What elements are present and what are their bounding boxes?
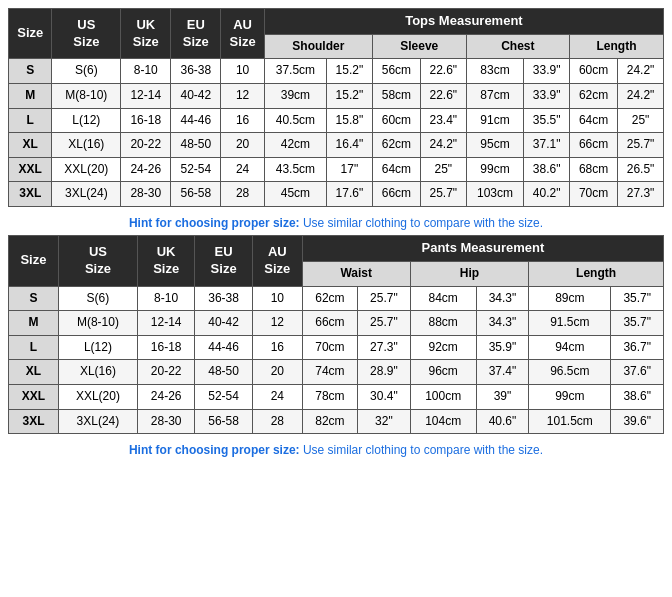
pants-waist-in: 25.7" <box>358 311 411 336</box>
tops-sleeve-cm: 62cm <box>372 133 420 158</box>
tops-sleeve-in: 25" <box>420 157 466 182</box>
tops-shoulder-cm: 42cm <box>264 133 326 158</box>
tops-length-cm: 62cm <box>569 84 617 109</box>
pants-hip-cm: 92cm <box>410 335 476 360</box>
pants-uk-cell: 16-18 <box>137 335 194 360</box>
tops-shoulder-in: 15.8" <box>327 108 373 133</box>
pants-waist-in: 27.3" <box>358 335 411 360</box>
pants-length-cm: 94cm <box>529 335 611 360</box>
tops-sleeve-header: Sleeve <box>372 34 466 59</box>
pants-hip-cm: 96cm <box>410 360 476 385</box>
tops-hint: Hint for choosing proper size: Use simil… <box>8 211 664 235</box>
tops-eu-cell: 52-54 <box>171 157 221 182</box>
pants-uk-cell: 20-22 <box>137 360 194 385</box>
pants-hip-in: 39" <box>476 384 529 409</box>
pants-eu-cell: 40-42 <box>195 311 252 336</box>
tops-shoulder-header: Shoulder <box>264 34 372 59</box>
pants-size-header: Size <box>9 236 59 286</box>
pants-row-xxl: XXL XXL(20) 24-26 52-54 24 78cm 30.4" 10… <box>9 384 664 409</box>
tops-sleeve-in: 24.2" <box>420 133 466 158</box>
tops-au-cell: 10 <box>221 59 264 84</box>
pants-length-in: 37.6" <box>611 360 664 385</box>
pants-au-header: AUSize <box>252 236 302 286</box>
pants-us-cell: XXL(20) <box>58 384 137 409</box>
pants-row-l: L L(12) 16-18 44-46 16 70cm 27.3" 92cm 3… <box>9 335 664 360</box>
tops-chest-cm: 83cm <box>466 59 524 84</box>
pants-waist-header: Waist <box>302 261 410 286</box>
tops-shoulder-cm: 40.5cm <box>264 108 326 133</box>
tops-au-cell: 12 <box>221 84 264 109</box>
tops-size-cell: S <box>9 59 52 84</box>
tops-sleeve-cm: 58cm <box>372 84 420 109</box>
tops-eu-cell: 36-38 <box>171 59 221 84</box>
pants-us-cell: M(8-10) <box>58 311 137 336</box>
pants-hip-cm: 104cm <box>410 409 476 434</box>
pants-hip-in: 35.9" <box>476 335 529 360</box>
tops-sleeve-cm: 56cm <box>372 59 420 84</box>
tops-chest-cm: 87cm <box>466 84 524 109</box>
pants-hip-cm: 100cm <box>410 384 476 409</box>
tops-length-header: Length <box>569 34 663 59</box>
tops-chest-in: 38.6" <box>524 157 570 182</box>
pants-us-cell: L(12) <box>58 335 137 360</box>
pants-hip-in: 34.3" <box>476 286 529 311</box>
tops-shoulder-in: 17.6" <box>327 182 373 207</box>
pants-length-cm: 96.5cm <box>529 360 611 385</box>
pants-hip-in: 40.6" <box>476 409 529 434</box>
tops-row-3xl: 3XL 3XL(24) 28-30 56-58 28 45cm 17.6" 66… <box>9 182 664 207</box>
pants-hip-header: Hip <box>410 261 529 286</box>
tops-au-cell: 20 <box>221 133 264 158</box>
pants-us-cell: XL(16) <box>58 360 137 385</box>
tops-uk-cell: 8-10 <box>121 59 171 84</box>
pants-table: Size USSize UKSize EUSize AUSize Pants M… <box>8 235 664 434</box>
pants-eu-cell: 44-46 <box>195 335 252 360</box>
pants-au-cell: 16 <box>252 335 302 360</box>
tops-chest-in: 40.2" <box>524 182 570 207</box>
pants-uk-cell: 8-10 <box>137 286 194 311</box>
tops-length-cm: 60cm <box>569 59 617 84</box>
tops-chest-cm: 95cm <box>466 133 524 158</box>
pants-length-cm: 99cm <box>529 384 611 409</box>
tops-chest-header: Chest <box>466 34 569 59</box>
tops-row-l: L L(12) 16-18 44-46 16 40.5cm 15.8" 60cm… <box>9 108 664 133</box>
tops-eu-cell: 44-46 <box>171 108 221 133</box>
pants-eu-cell: 52-54 <box>195 384 252 409</box>
tops-sleeve-cm: 60cm <box>372 108 420 133</box>
tops-us-cell: M(8-10) <box>52 84 121 109</box>
tops-us-cell: XXL(20) <box>52 157 121 182</box>
tops-uk-cell: 12-14 <box>121 84 171 109</box>
tops-length-cm: 70cm <box>569 182 617 207</box>
pants-us-header: USSize <box>58 236 137 286</box>
pants-waist-cm: 78cm <box>302 384 357 409</box>
tops-row-xxl: XXL XXL(20) 24-26 52-54 24 43.5cm 17" 64… <box>9 157 664 182</box>
tops-length-in: 25.7" <box>618 133 664 158</box>
pants-waist-cm: 62cm <box>302 286 357 311</box>
pants-waist-cm: 82cm <box>302 409 357 434</box>
pants-length-in: 36.7" <box>611 335 664 360</box>
pants-uk-cell: 24-26 <box>137 384 194 409</box>
tops-eu-cell: 48-50 <box>171 133 221 158</box>
pants-waist-in: 30.4" <box>358 384 411 409</box>
pants-length-header: Length <box>529 261 664 286</box>
pants-size-cell: XL <box>9 360 59 385</box>
pants-length-in: 35.7" <box>611 286 664 311</box>
pants-waist-cm: 74cm <box>302 360 357 385</box>
tops-size-cell: L <box>9 108 52 133</box>
tops-uk-cell: 20-22 <box>121 133 171 158</box>
tops-size-header: Size <box>9 9 52 59</box>
pants-title: Pants Measurement <box>302 236 663 262</box>
pants-hip-in: 34.3" <box>476 311 529 336</box>
tops-shoulder-cm: 43.5cm <box>264 157 326 182</box>
pants-hint-label: Hint for choosing proper size: <box>129 443 300 457</box>
pants-au-cell: 24 <box>252 384 302 409</box>
pants-hint: Hint for choosing proper size: Use simil… <box>8 438 664 462</box>
pants-waist-cm: 70cm <box>302 335 357 360</box>
pants-length-in: 38.6" <box>611 384 664 409</box>
pants-size-cell: S <box>9 286 59 311</box>
pants-size-cell: XXL <box>9 384 59 409</box>
tops-shoulder-cm: 39cm <box>264 84 326 109</box>
tops-length-in: 25" <box>618 108 664 133</box>
tops-au-cell: 28 <box>221 182 264 207</box>
pants-size-cell: M <box>9 311 59 336</box>
tops-length-in: 24.2" <box>618 59 664 84</box>
